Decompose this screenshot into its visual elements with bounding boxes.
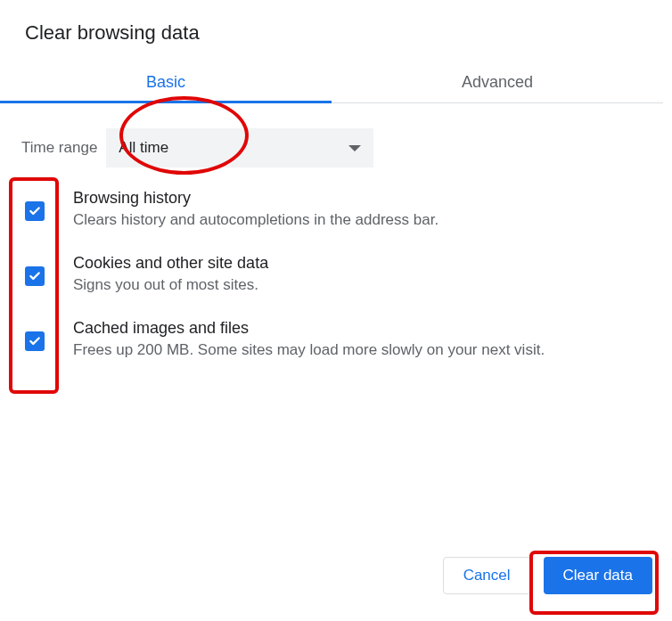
time-range-row: Time range All time [21, 128, 667, 168]
checkbox-cache[interactable] [25, 331, 45, 351]
option-browsing-history: Browsing history Clears history and auto… [21, 189, 667, 229]
option-cache: Cached images and files Frees up 200 MB.… [21, 319, 667, 359]
chevron-down-icon [348, 145, 361, 151]
tab-basic[interactable]: Basic [0, 64, 332, 102]
option-title: Browsing history [73, 189, 667, 208]
check-icon [29, 270, 41, 282]
option-desc: Signs you out of most sites. [73, 276, 667, 294]
option-title: Cached images and files [73, 319, 667, 338]
tab-advanced[interactable]: Advanced [332, 64, 663, 102]
checkbox-browsing-history[interactable] [25, 201, 45, 221]
time-range-label: Time range [21, 139, 97, 157]
clear-browsing-data-dialog: Clear browsing data Basic Advanced Time … [0, 0, 672, 359]
clear-data-button[interactable]: Clear data [544, 557, 652, 594]
tabs: Basic Advanced [0, 64, 663, 103]
cancel-button[interactable]: Cancel [443, 557, 531, 594]
time-range-select[interactable]: All time [106, 128, 373, 168]
check-icon [29, 335, 41, 347]
checkbox-cookies[interactable] [25, 266, 45, 286]
time-range-value: All time [119, 139, 168, 157]
check-icon [29, 205, 41, 217]
dialog-footer: Cancel Clear data [0, 543, 672, 609]
option-desc: Clears history and autocompletions in th… [73, 211, 667, 229]
option-cookies: Cookies and other site data Signs you ou… [21, 254, 667, 294]
dialog-title: Clear browsing data [21, 21, 667, 45]
option-desc: Frees up 200 MB. Some sites may load mor… [73, 341, 667, 359]
option-title: Cookies and other site data [73, 254, 667, 273]
